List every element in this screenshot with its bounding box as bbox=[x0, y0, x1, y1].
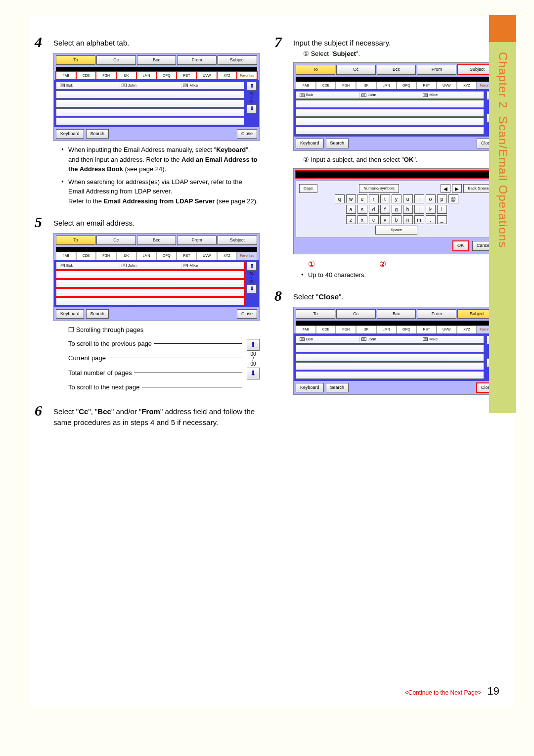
ok-button[interactable]: OK bbox=[453, 241, 468, 251]
space-key[interactable]: Space bbox=[375, 226, 417, 235]
alpha-tab[interactable]: #AB bbox=[296, 82, 316, 90]
tab-from[interactable]: From bbox=[417, 65, 456, 75]
key-_[interactable]: _ bbox=[437, 215, 447, 224]
alpha-tab[interactable]: FGH bbox=[336, 82, 356, 90]
scroll-up-button[interactable]: ⬆ bbox=[247, 262, 257, 271]
alpha-tab[interactable]: LMN bbox=[376, 326, 397, 333]
tab-from[interactable]: From bbox=[417, 309, 456, 319]
key-f[interactable]: f bbox=[380, 205, 390, 214]
tab-subject[interactable]: Subject bbox=[218, 55, 257, 65]
key-o[interactable]: o bbox=[426, 194, 436, 203]
alpha-tab[interactable]: XYZ bbox=[217, 72, 237, 80]
key-j[interactable]: j bbox=[414, 205, 424, 214]
tab-cc[interactable]: Cc bbox=[96, 55, 136, 65]
tab-to[interactable]: To bbox=[56, 236, 95, 245]
cursor-left-key[interactable]: ◀ bbox=[441, 184, 450, 193]
alpha-tab-favorites[interactable]: Favorites bbox=[237, 252, 257, 260]
address-row-empty[interactable] bbox=[56, 280, 244, 287]
tab-to[interactable]: To bbox=[296, 65, 335, 75]
address-row-empty[interactable] bbox=[296, 362, 484, 370]
address-row-empty[interactable] bbox=[296, 353, 484, 361]
address-row[interactable]: ✉Bob ✉John ✉Mike bbox=[296, 91, 484, 99]
tab-bcc[interactable]: Bcc bbox=[377, 309, 416, 319]
address-row-empty[interactable] bbox=[296, 118, 484, 126]
alpha-tab[interactable]: OPQ bbox=[157, 72, 177, 80]
key-s[interactable]: s bbox=[357, 205, 367, 214]
alpha-tab[interactable]: XYZ bbox=[457, 326, 477, 333]
alpha-tab[interactable]: OPQ bbox=[397, 326, 417, 333]
scroll-down-button[interactable]: ⬇ bbox=[247, 284, 257, 293]
address-row-empty[interactable] bbox=[56, 297, 244, 305]
alpha-tab[interactable]: UVW bbox=[197, 72, 217, 80]
address-row-empty[interactable] bbox=[56, 288, 244, 296]
alpha-tab[interactable]: RST bbox=[416, 82, 437, 90]
key-b[interactable]: b bbox=[392, 215, 401, 224]
address-row-empty[interactable] bbox=[56, 117, 244, 125]
address-row-empty[interactable] bbox=[296, 109, 484, 117]
key-v[interactable]: v bbox=[380, 215, 390, 224]
alpha-tab[interactable]: IJK bbox=[356, 82, 376, 90]
alpha-tab[interactable]: RST bbox=[177, 72, 197, 80]
tab-bcc[interactable]: Bcc bbox=[377, 65, 416, 75]
tab-from[interactable]: From bbox=[177, 236, 217, 245]
close-button[interactable]: Close bbox=[237, 129, 257, 139]
keyboard-button[interactable]: Keyboard bbox=[296, 383, 324, 393]
alpha-tab[interactable]: UVW bbox=[437, 82, 457, 90]
alpha-tab[interactable]: XYZ bbox=[217, 252, 237, 260]
alpha-tab[interactable]: RST bbox=[177, 252, 197, 260]
tab-cc[interactable]: Cc bbox=[336, 65, 376, 75]
alpha-tab[interactable]: IJK bbox=[116, 252, 136, 260]
keyboard-button[interactable]: Keyboard bbox=[56, 129, 84, 139]
search-button[interactable]: Search bbox=[326, 383, 349, 393]
scroll-up-button[interactable]: ⬆ bbox=[247, 82, 257, 91]
key-m[interactable]: m bbox=[414, 215, 424, 224]
keyboard-button[interactable]: Keyboard bbox=[296, 139, 324, 148]
key-d[interactable]: d bbox=[369, 205, 379, 214]
keyboard-button[interactable]: Keyboard bbox=[56, 309, 84, 319]
alpha-tab[interactable]: OPQ bbox=[157, 252, 177, 260]
alpha-tab[interactable]: FGH bbox=[96, 252, 116, 260]
key-.[interactable]: . bbox=[426, 215, 436, 224]
address-row-empty[interactable] bbox=[56, 271, 244, 279]
close-button[interactable]: Close bbox=[237, 309, 257, 319]
tab-to[interactable]: To bbox=[56, 55, 95, 65]
alpha-tab[interactable]: UVW bbox=[197, 252, 217, 260]
key-y[interactable]: y bbox=[392, 194, 401, 203]
key-u[interactable]: u bbox=[403, 194, 413, 203]
key-p[interactable]: p bbox=[437, 194, 447, 203]
key-c[interactable]: c bbox=[369, 215, 379, 224]
alpha-tab[interactable]: #AB bbox=[56, 72, 76, 80]
key-x[interactable]: x bbox=[357, 215, 367, 224]
alpha-tab[interactable]: IJK bbox=[116, 72, 136, 80]
key-i[interactable]: i bbox=[414, 194, 424, 203]
tab-subject[interactable]: Subject bbox=[218, 236, 257, 245]
alpha-tab[interactable]: #AB bbox=[56, 252, 76, 260]
search-button[interactable]: Search bbox=[326, 139, 349, 148]
alpha-tab[interactable]: CDE bbox=[76, 252, 96, 260]
alpha-tab[interactable]: FGH bbox=[96, 72, 116, 80]
address-row-selected[interactable]: ✉Bob ✉John ✉Mike bbox=[56, 262, 244, 270]
alpha-tab[interactable]: CDE bbox=[76, 72, 96, 80]
numeric-symbols-key[interactable]: Numeric/Symbols bbox=[359, 184, 399, 193]
key-g[interactable]: g bbox=[392, 205, 401, 214]
address-row-empty[interactable] bbox=[296, 100, 484, 108]
address-row-empty[interactable] bbox=[56, 99, 244, 107]
tab-cc[interactable]: Cc bbox=[336, 309, 376, 319]
key-h[interactable]: h bbox=[403, 205, 413, 214]
alpha-tab[interactable]: LMN bbox=[136, 72, 157, 80]
tab-bcc[interactable]: Bcc bbox=[137, 55, 177, 65]
alpha-tab[interactable]: CDE bbox=[316, 326, 336, 333]
address-row-empty[interactable] bbox=[296, 344, 484, 352]
key-q[interactable]: q bbox=[335, 194, 345, 203]
alpha-tab[interactable]: CDE bbox=[316, 82, 336, 90]
key-r[interactable]: r bbox=[369, 194, 379, 203]
alpha-tab[interactable]: #AB bbox=[296, 326, 316, 333]
key-@[interactable]: @ bbox=[448, 194, 458, 203]
key-n[interactable]: n bbox=[403, 215, 413, 224]
alpha-tab[interactable]: RST bbox=[416, 326, 437, 333]
tab-cc[interactable]: Cc bbox=[96, 236, 136, 245]
address-row-empty[interactable] bbox=[296, 371, 484, 379]
alpha-tab[interactable]: OPQ bbox=[397, 82, 417, 90]
alpha-tab[interactable]: UVW bbox=[437, 326, 457, 333]
scroll-down-button[interactable]: ⬇ bbox=[247, 104, 257, 113]
